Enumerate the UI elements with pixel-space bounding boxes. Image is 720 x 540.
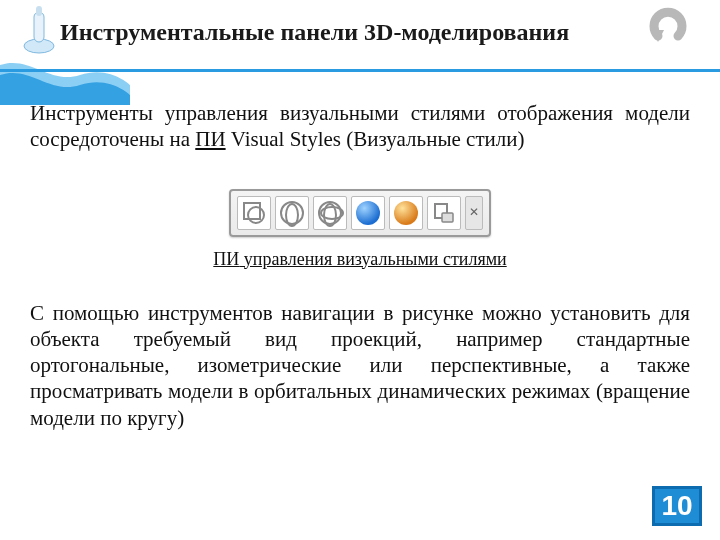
realistic-orange-icon[interactable] [389, 196, 423, 230]
realistic-blue-icon[interactable] [351, 196, 385, 230]
company-logo [22, 4, 56, 54]
svg-rect-7 [442, 213, 453, 222]
wireframe-3d-icon[interactable] [275, 196, 309, 230]
back-button[interactable] [644, 6, 692, 54]
caption-rest: управления визуальными стилями [239, 249, 506, 269]
visual-styles-toolbar: ✕ [229, 189, 491, 237]
description-paragraph: С помощью инструментов навигации в рисун… [30, 300, 690, 431]
page-number-badge: 10 [652, 486, 702, 526]
svg-rect-4 [244, 203, 260, 219]
slide-header: Инструментальные панели 3D-моделирования [0, 0, 720, 72]
caption-pi: ПИ [213, 249, 239, 269]
wireframe-2d-icon[interactable] [237, 196, 271, 230]
slide-content: Инструменты управления визуальными стиля… [0, 72, 720, 431]
toolbar-close-icon[interactable]: ✕ [465, 196, 483, 230]
hidden-icon[interactable] [313, 196, 347, 230]
toolbar-figure: ✕ ПИ управления визуальными стилями [30, 189, 690, 270]
page-title: Инструментальные панели 3D-моделирования [60, 0, 660, 47]
intro-text-post: Visual Styles (Визуальные стили) [226, 127, 525, 151]
svg-point-5 [248, 207, 264, 223]
svg-rect-2 [36, 6, 42, 16]
intro-paragraph: Инструменты управления визуальными стиля… [30, 100, 690, 153]
svg-rect-1 [34, 12, 44, 42]
toolbar-caption: ПИ управления визуальными стилями [30, 249, 690, 270]
manage-icon[interactable] [427, 196, 461, 230]
pi-abbrev-link: ПИ [195, 127, 225, 151]
